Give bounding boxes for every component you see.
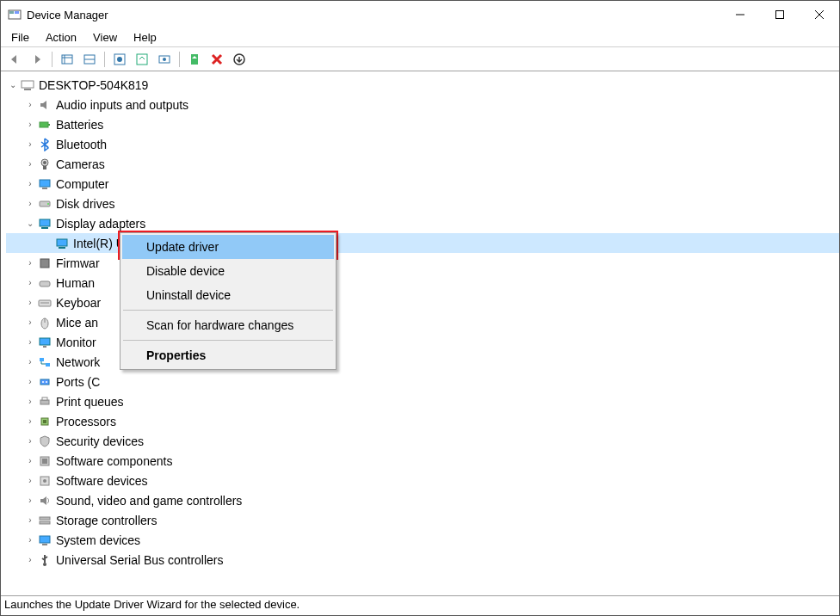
- menu-view[interactable]: View: [91, 29, 119, 46]
- svg-point-24: [43, 161, 46, 164]
- tree-category[interactable]: ›Sound, video and game controllers: [6, 490, 839, 510]
- chevron-right-icon[interactable]: ›: [23, 494, 37, 508]
- tree-category[interactable]: ›Cameras: [6, 154, 839, 174]
- close-button[interactable]: [800, 1, 839, 28]
- toolbar-scan-hw[interactable]: [154, 50, 175, 69]
- tree-category[interactable]: ›Ports (C: [6, 372, 839, 391]
- svg-rect-44: [40, 379, 49, 385]
- tree-label: Storage controllers: [56, 514, 158, 527]
- context-menu: Update driver Disable device Uninstall d…: [120, 232, 337, 370]
- tree-category[interactable]: ›System devices: [6, 530, 839, 550]
- tree-category[interactable]: ›Bluetooth: [6, 134, 839, 154]
- chevron-right-icon[interactable]: ›: [23, 157, 37, 171]
- chevron-right-icon[interactable]: ›: [23, 197, 37, 211]
- toolbar-more[interactable]: [229, 50, 250, 69]
- port-icon: [37, 374, 52, 390]
- svg-rect-58: [42, 544, 47, 545]
- chevron-right-icon[interactable]: ›: [23, 553, 37, 567]
- context-menu-uninstall-device[interactable]: Uninstall device: [122, 283, 334, 307]
- chevron-right-icon[interactable]: ›: [23, 395, 37, 409]
- chevron-right-icon[interactable]: ›: [23, 316, 37, 330]
- tree-category[interactable]: ›Storage controllers: [6, 510, 839, 530]
- context-menu-properties[interactable]: Properties: [122, 343, 334, 367]
- chevron-right-icon[interactable]: ›: [23, 118, 37, 132]
- toolbar-forward[interactable]: [27, 50, 47, 69]
- chevron-right-icon[interactable]: ›: [23, 296, 37, 310]
- tree-root[interactable]: ⌄ DESKTOP-504K819: [6, 75, 839, 95]
- system-icon: [37, 533, 52, 548]
- svg-rect-4: [776, 11, 784, 19]
- tree-category[interactable]: ›Processors: [6, 411, 839, 431]
- toolbar-update-driver[interactable]: [184, 50, 205, 69]
- menu-file[interactable]: File: [9, 29, 31, 46]
- tree-category[interactable]: ›Software components: [6, 451, 839, 471]
- network-icon: [37, 354, 52, 370]
- svg-rect-21: [40, 122, 48, 127]
- tree-category[interactable]: ›Software devices: [6, 471, 839, 490]
- maximize-button[interactable]: [760, 1, 800, 28]
- toolbar-show-hidden-1[interactable]: [57, 50, 77, 69]
- chevron-right-icon[interactable]: ›: [23, 514, 37, 527]
- chevron-right-icon[interactable]: ›: [23, 336, 37, 349]
- menu-action[interactable]: Action: [44, 29, 78, 46]
- tree-category[interactable]: ›Disk drives: [6, 194, 839, 213]
- chevron-right-icon[interactable]: ›: [23, 177, 37, 191]
- chevron-right-icon[interactable]: ›: [23, 415, 37, 428]
- toolbar: [1, 47, 839, 71]
- toolbar-back[interactable]: [4, 50, 25, 69]
- app-icon: [8, 8, 22, 22]
- context-menu-scan-hardware[interactable]: Scan for hardware changes: [122, 313, 334, 337]
- minimize-button[interactable]: [720, 1, 760, 28]
- tree-category-display-adapters[interactable]: ⌄Display adapters: [6, 213, 839, 233]
- context-menu-item-label: Properties: [146, 348, 206, 362]
- toolbar-show-hidden-2[interactable]: [79, 50, 100, 69]
- tree-label: Mice an: [56, 316, 98, 330]
- hid-icon: [37, 275, 52, 291]
- audio-icon: [37, 97, 52, 113]
- svg-rect-7: [62, 55, 72, 64]
- menubar: File Action View Help: [1, 28, 839, 47]
- display-adapter-icon: [54, 236, 70, 251]
- context-menu-update-driver[interactable]: Update driver: [122, 235, 334, 259]
- chevron-down-icon[interactable]: ⌄: [6, 78, 20, 92]
- svg-rect-19: [22, 81, 34, 88]
- svg-rect-30: [40, 219, 50, 226]
- tree-category[interactable]: ›Batteries: [6, 114, 839, 134]
- context-menu-disable-device[interactable]: Disable device: [122, 259, 334, 283]
- svg-rect-57: [40, 536, 50, 543]
- svg-rect-25: [43, 166, 46, 169]
- disk-icon: [37, 196, 52, 212]
- device-tree[interactable]: ⌄ DESKTOP-504K819 ›Audio inputs and outp…: [1, 71, 839, 596]
- svg-point-18: [234, 54, 244, 65]
- chevron-right-icon[interactable]: ›: [23, 375, 37, 389]
- svg-rect-34: [40, 259, 49, 268]
- chevron-right-icon[interactable]: ›: [23, 454, 37, 468]
- toolbar-uninstall[interactable]: [207, 50, 227, 69]
- chevron-right-icon[interactable]: ›: [23, 355, 37, 369]
- menu-help[interactable]: Help: [132, 29, 158, 46]
- tree-category[interactable]: ›Print queues: [6, 391, 839, 411]
- toolbar-separator: [104, 52, 105, 67]
- chevron-right-icon[interactable]: ›: [23, 276, 37, 290]
- chevron-right-icon[interactable]: ›: [23, 138, 37, 151]
- svg-rect-33: [59, 247, 65, 249]
- svg-rect-31: [41, 227, 48, 229]
- svg-rect-14: [137, 54, 147, 65]
- tree-category[interactable]: ›Security devices: [6, 431, 839, 451]
- toolbar-separator: [179, 52, 180, 67]
- tree-label: Audio inputs and outputs: [56, 98, 188, 112]
- tree-category[interactable]: ›Universal Serial Bus controllers: [6, 550, 839, 570]
- chevron-right-icon[interactable]: ›: [23, 256, 37, 270]
- chevron-right-icon[interactable]: ›: [23, 434, 37, 448]
- toolbar-properties[interactable]: [109, 50, 130, 69]
- toolbar-refresh[interactable]: [132, 50, 152, 69]
- tree-category[interactable]: ›Audio inputs and outputs: [6, 95, 839, 114]
- tree-category[interactable]: ›Computer: [6, 174, 839, 194]
- chevron-right-icon[interactable]: ›: [23, 98, 37, 112]
- tree-label: Bluetooth: [56, 138, 107, 151]
- chevron-down-icon[interactable]: ⌄: [23, 217, 37, 231]
- chevron-right-icon[interactable]: ›: [23, 533, 37, 547]
- battery-icon: [37, 117, 52, 132]
- camera-icon: [37, 157, 52, 172]
- chevron-right-icon[interactable]: ›: [23, 474, 37, 488]
